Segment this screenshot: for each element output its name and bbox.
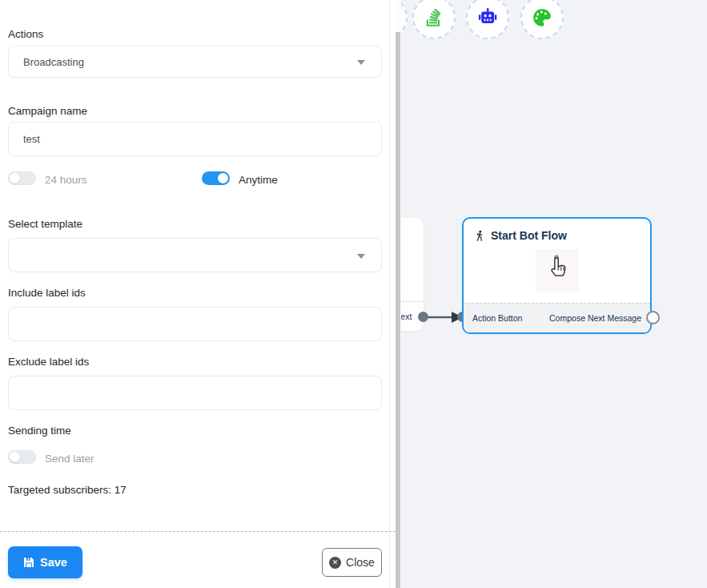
- panel-scrollbar-track[interactable]: [396, 0, 401, 588]
- node-output-port[interactable]: [646, 311, 660, 324]
- node-title: Start Bot Flow: [491, 229, 567, 242]
- panel-border: [389, 0, 390, 588]
- broadcast-settings-panel: Actions Broadcasting Campaign name 24 ho…: [0, 0, 396, 588]
- include-label-ids-input[interactable]: [8, 307, 382, 341]
- select-template-label: Select template: [8, 218, 82, 230]
- node-footer: Action Button Compose Next Message: [464, 303, 650, 332]
- panel-scrollbar-thumb[interactable]: [396, 32, 400, 588]
- anytime-label: Anytime: [239, 174, 278, 186]
- toggle-knob: [10, 173, 20, 183]
- exclude-label-ids-label: Exclude label ids: [8, 356, 89, 368]
- targeted-subscribers-text: Targeted subscribers: 17: [8, 484, 127, 496]
- close-button-label: Close: [346, 556, 375, 569]
- compose-next-message-port-label[interactable]: Compose Next Message: [549, 313, 641, 323]
- campaign-name-input[interactable]: [8, 122, 382, 156]
- node-header: Start Bot Flow: [464, 219, 650, 242]
- actions-select-value: Broadcasting: [23, 56, 84, 68]
- stack-icon: [424, 7, 444, 28]
- actions-label: Actions: [8, 28, 43, 40]
- include-label-ids-label: Include label ids: [8, 287, 86, 299]
- action-button-port-label[interactable]: Action Button: [472, 313, 522, 323]
- toolbar-hidden-button[interactable]: [401, 0, 408, 39]
- save-button-label: Save: [40, 556, 67, 569]
- 24-hours-toggle[interactable]: [8, 171, 36, 185]
- chevron-down-icon: [357, 254, 365, 259]
- circle-x-icon: ✕: [329, 557, 341, 569]
- send-later-toggle[interactable]: [8, 450, 36, 464]
- campaign-name-label: Campaign name: [8, 105, 87, 117]
- flow-builder-canvas[interactable]: lext Start Bot Flow Action Button Compos…: [401, 0, 707, 588]
- send-later-label: Send later: [45, 453, 94, 465]
- footer-divider: [0, 531, 396, 532]
- toolbar-bot-button[interactable]: [466, 0, 509, 39]
- robot-icon: [477, 7, 498, 28]
- close-button[interactable]: ✕ Close: [322, 548, 382, 577]
- sending-time-label: Sending time: [8, 425, 71, 437]
- anytime-toggle[interactable]: [202, 171, 230, 185]
- chevron-down-icon: [357, 60, 365, 65]
- walking-person-icon: [474, 230, 485, 242]
- floppy-disk-icon: [23, 557, 34, 568]
- exclude-label-ids-input[interactable]: [8, 376, 382, 410]
- template-select[interactable]: [8, 238, 382, 272]
- toggle-knob: [218, 173, 228, 183]
- save-button[interactable]: Save: [8, 546, 82, 578]
- actions-select[interactable]: Broadcasting: [8, 46, 382, 78]
- hand-cursor: [548, 254, 568, 283]
- toggle-knob: [10, 452, 20, 462]
- source-port-dot[interactable]: [418, 312, 428, 322]
- palette-icon: [532, 7, 552, 28]
- 24-hours-label: 24 hours: [45, 174, 87, 186]
- partial-node-port-label: lext: [401, 312, 412, 321]
- toolbar-stack-button[interactable]: [412, 0, 456, 39]
- toolbar-theme-button[interactable]: [520, 0, 564, 39]
